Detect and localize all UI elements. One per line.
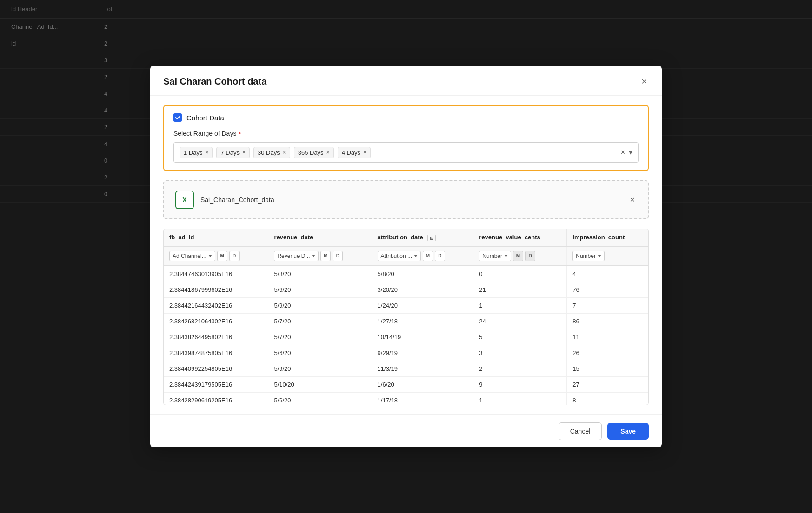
impression-count-chevron-icon (598, 255, 601, 257)
tag-30-days-label: 30 Days (258, 149, 280, 156)
range-required-marker: • (238, 129, 241, 138)
cell-revenue-date: 5/9/20 (268, 297, 372, 313)
cell-fb-ad-id: 2.38442439179505E16 (164, 376, 268, 392)
cell-revenue-value-cents: 1 (473, 392, 567, 405)
upload-remove-button[interactable]: × (628, 193, 637, 207)
revenue-value-m-btn[interactable]: M (513, 251, 523, 261)
table-row: 2.38447463013905E16 5/8/20 5/8/20 0 4 (164, 266, 648, 282)
revenue-date-type-selector: Revenue D... M D (274, 251, 366, 261)
cell-revenue-date: 5/6/20 (268, 392, 372, 405)
cell-fb-ad-id: 2.38428290619205E16 (164, 392, 268, 405)
cell-attribution-date: 1/24/20 (372, 297, 473, 313)
cell-impression-count: 11 (567, 329, 648, 345)
table-row: 2.38426821064302E16 5/7/20 1/27/18 24 86 (164, 313, 648, 329)
cell-revenue-date: 5/7/20 (268, 313, 372, 329)
revenue-date-type-dropdown[interactable]: Revenue D... (274, 251, 319, 261)
cell-revenue-value-cents: 0 (473, 266, 567, 282)
tag-4-days-remove[interactable]: × (363, 150, 366, 155)
impression-count-type-dropdown[interactable]: Number (572, 251, 605, 261)
excel-icon: X (175, 191, 194, 209)
modal-footer: Cancel Save (150, 414, 662, 447)
table-row: 2.38439874875805E16 5/6/20 9/29/19 3 26 (164, 345, 648, 361)
modal-dialog: Sai Charan Cohort data × Cohort Data (150, 66, 662, 447)
save-button[interactable]: Save (607, 423, 649, 440)
attribution-date-icon: ⊞ (427, 235, 436, 241)
cell-revenue-value-cents: 9 (473, 376, 567, 392)
cell-fb-ad-id: 2.38442164432402E16 (164, 297, 268, 313)
tags-expand-button[interactable]: ▾ (629, 149, 632, 156)
cell-revenue-date: 5/8/20 (268, 266, 372, 282)
revenue-date-m-btn[interactable]: M (320, 251, 331, 261)
cell-impression-count: 8 (567, 392, 648, 405)
cell-attribution-date: 1/17/18 (372, 392, 473, 405)
tag-4-days: 4 Days × (338, 147, 371, 158)
cell-attribution-date: 10/14/19 (372, 329, 473, 345)
cell-revenue-date: 5/9/20 (268, 361, 372, 376)
tags-actions: × ▾ (621, 149, 632, 156)
tag-365-days-remove[interactable]: × (326, 150, 330, 155)
revenue-value-type-dropdown[interactable]: Number (479, 251, 511, 261)
tags-container[interactable]: 1 Days × 7 Days × 30 Days × 365 Days × (173, 142, 639, 163)
tag-365-days-label: 365 Days (298, 149, 324, 156)
cell-attribution-date: 11/3/19 (372, 361, 473, 376)
tag-365-days: 365 Days × (294, 147, 334, 158)
cell-revenue-date: 5/6/20 (268, 282, 372, 297)
cell-impression-count: 4 (567, 266, 648, 282)
cell-revenue-value-cents: 24 (473, 313, 567, 329)
revenue-date-type-label: Revenue D... (277, 253, 310, 259)
cell-attribution-date: 3/20/20 (372, 282, 473, 297)
tag-7-days: 7 Days × (216, 147, 249, 158)
cell-fb-ad-id: 2.38441867999602E16 (164, 282, 268, 297)
fb-ad-id-d-btn[interactable]: D (229, 251, 240, 261)
attribution-date-type-dropdown[interactable]: Attribution ... (378, 251, 421, 261)
preview-table-wrapper: fb_ad_id revenue_date attribution_date ⊞… (163, 229, 649, 405)
cell-revenue-value-cents: 3 (473, 345, 567, 361)
cell-attribution-date: 9/29/19 (372, 345, 473, 361)
modal-close-button[interactable]: × (639, 75, 649, 88)
attribution-date-m-btn[interactable]: M (423, 251, 433, 261)
cancel-button[interactable]: Cancel (559, 422, 602, 440)
range-label-text: Select Range of Days (173, 130, 236, 137)
fb-ad-id-type-selector: Ad Channel... M D (169, 251, 262, 261)
cell-revenue-date: 5/6/20 (268, 345, 372, 361)
th-fb-ad-id: fb_ad_id (164, 229, 268, 246)
th-revenue-value-cents: revenue_value_cents (473, 229, 567, 246)
cohort-label: Cohort Data (186, 114, 224, 122)
col-type-revenue-date: Revenue D... M D (268, 246, 372, 266)
excel-icon-label: X (182, 196, 186, 204)
cell-revenue-value-cents: 21 (473, 282, 567, 297)
attribution-date-d-btn[interactable]: D (435, 251, 445, 261)
cell-attribution-date: 1/27/18 (372, 313, 473, 329)
cell-revenue-value-cents: 2 (473, 361, 567, 376)
fb-ad-id-m-btn[interactable]: M (217, 251, 227, 261)
cell-fb-ad-id: 2.38440992254805E16 (164, 361, 268, 376)
tag-7-days-remove[interactable]: × (242, 150, 246, 155)
revenue-value-type-label: Number (482, 253, 502, 259)
cell-attribution-date: 1/6/20 (372, 376, 473, 392)
range-label: Select Range of Days • (173, 129, 639, 138)
tag-1-days-remove[interactable]: × (205, 150, 208, 155)
tag-30-days-remove[interactable]: × (283, 150, 286, 155)
col-type-attribution-date: Attribution ... M D (372, 246, 473, 266)
table-row: 2.38441867999602E16 5/6/20 3/20/20 21 76 (164, 282, 648, 297)
cell-fb-ad-id: 2.38439874875805E16 (164, 345, 268, 361)
th-revenue-date: revenue_date (268, 229, 372, 246)
cell-fb-ad-id: 2.38426821064302E16 (164, 313, 268, 329)
cell-revenue-date: 5/7/20 (268, 329, 372, 345)
revenue-date-d-btn[interactable]: D (333, 251, 343, 261)
cohort-checkbox[interactable] (173, 113, 182, 122)
upload-file-info: X Sai_Charan_Cohort_data (175, 191, 274, 209)
col-type-fb-ad-id: Ad Channel... M D (164, 246, 268, 266)
revenue-value-type-selector: Number M D (479, 251, 561, 261)
upload-file-name: Sai_Charan_Cohort_data (200, 196, 274, 204)
cohort-header: Cohort Data (173, 113, 639, 122)
fb-ad-id-type-dropdown[interactable]: Ad Channel... (169, 251, 215, 261)
cell-revenue-value-cents: 1 (473, 297, 567, 313)
attribution-date-chevron-icon (414, 255, 418, 257)
tag-4-days-label: 4 Days (342, 149, 360, 156)
revenue-value-d-btn[interactable]: D (525, 251, 535, 261)
col-type-impression-count: Number (567, 246, 648, 266)
tags-clear-button[interactable]: × (621, 149, 625, 156)
modal-body: Cohort Data Select Range of Days • 1 Day… (150, 96, 662, 414)
revenue-date-chevron-icon (312, 255, 315, 257)
